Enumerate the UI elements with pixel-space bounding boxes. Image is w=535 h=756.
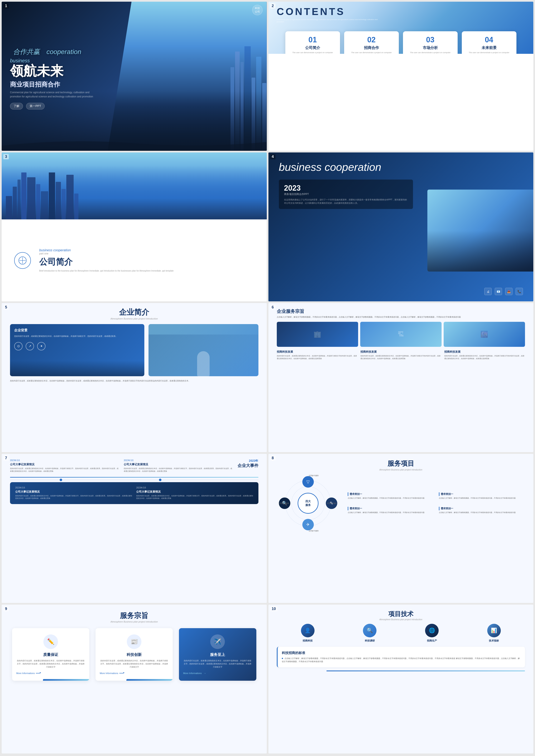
slide-6: 6 企业服务宗旨 点击输入文字解析，解读文字参数框颜题，不用多余文字体量来描述问…: [268, 303, 534, 452]
slide8-req-4: 需求类别一 点击输入文字解析，解读文字参数框颜题，不用多余文字体量来描述问题，不…: [437, 505, 525, 516]
slide-number-9: 9: [3, 606, 9, 611]
slide6-image-2: 🏗: [360, 322, 441, 347]
slide8-req-3: 需求类别一 点击输入文字解析，解读文字参数框颜题，不用多余文字体量来描述问题，不…: [346, 505, 434, 516]
slide8-req-2: 需求类别一 点击输入文字解析，解读文字参数框颜题，不用多余文字体量来描述问题，不…: [437, 490, 525, 502]
slide5-icon-1[interactable]: ⊙: [14, 342, 22, 350]
slide9-more-2[interactable]: More Informations: [100, 672, 169, 674]
slide1-badge2[interactable]: 第一PPT: [26, 103, 44, 109]
slide2-card2-title: 招商合作: [347, 45, 396, 50]
slide9-arrow-2: [119, 673, 124, 673]
slide7-item-2: 2023年3月 公司大事记发展情况 您的内容打在这里，或者通过复制您的文本后，在…: [124, 459, 233, 473]
slide4-right-image: [427, 189, 533, 271]
slide-number-3: 3: [3, 154, 9, 159]
slide5-title: 企业简介: [10, 307, 258, 318]
slide9-more-1[interactable]: More Informations: [16, 672, 85, 674]
slide6-card2-title: 招商科技发展: [360, 350, 441, 354]
slide10-en: Atmosphere Business plan project introdu…: [277, 618, 525, 621]
slide-2: 2 CONTENTS Commercial plan for agricultu…: [268, 2, 534, 151]
slide9-card-3: ✈️ 服务至上 您的内容打在这里，或者通过复制您的文本后，在此框中选择粘贴，并选…: [179, 628, 256, 681]
slide4-icon-share[interactable]: 📤: [505, 288, 513, 295]
slide8-orbit-bottom: ✈: [302, 519, 314, 530]
slide3-part: part one: [39, 252, 254, 255]
slide1-badge1[interactable]: 了解: [10, 103, 23, 109]
slide8-req1-desc: 点击输入文字解析，解读文字参数框颜题，不用多余文字体量来描述问题，不用多余文字体…: [348, 497, 432, 500]
slide-8: 8 服务项目 Atmosphere Business plan project …: [268, 454, 534, 603]
slide7-item2-desc: 您的内容打在这里，或者通过复制您的文本后，在此框中选择粘贴，并选择只保留文字。您…: [124, 467, 233, 473]
slide2-card1-desc: The user can demonstrate a project on co…: [289, 51, 337, 54]
slide7-bottom-item-1: 2023年3月 公司大事记发展情况 您的内容打在这里，或者通过复制您的文本后，在…: [15, 486, 132, 500]
slide9-bar-1: [43, 679, 89, 681]
slide8-orbit-top: ▽: [302, 476, 314, 488]
slide7-bottom-item-2: 2023年3月 公司大事记发展情况 您的内容打在这里，或者通过复制您的文本后，在…: [136, 486, 253, 500]
slide2-card4-title: 未来前景: [465, 45, 513, 50]
slide9-card1-icon: ✏️: [43, 634, 58, 649]
slide9-en: Atmosphere Business plan project introdu…: [12, 620, 256, 623]
slide9-card2-desc: 您的内容打在这里，或者通过复制您的文本后，在此框中选择粘贴，并选择只保留文字。您…: [100, 659, 169, 669]
slide7-item2-title: 公司大事记发展情况: [124, 462, 233, 466]
slide10-standard-title: 科技招商的标准: [282, 651, 521, 655]
slide4-card-sub: 商务项目招商合作PPT: [284, 192, 408, 196]
slide8-req4-title: 需求类别一: [439, 507, 523, 510]
slide8-req3-title: 需求类别一: [348, 507, 432, 510]
slide2-card2-desc: The user can demonstrate a project on co…: [347, 51, 396, 54]
slide5-bg-label: 企业背景: [14, 328, 140, 333]
slide9-more1-text: More Informations: [16, 672, 35, 674]
slide7-bottom2-desc: 您的内容打在这里，或者通过复制您的文本后，在此框中选择粘贴，并选择只保留文字。您…: [136, 495, 253, 500]
slide5-en: Atmosphere Business plan project introdu…: [10, 318, 258, 320]
slide10-title: 项目技术: [277, 610, 525, 618]
slide-number-10: 10: [270, 606, 278, 611]
slide10-label-4: 技术指标: [487, 639, 501, 643]
slide-number-4: 4: [270, 154, 275, 159]
slide3-main-title: 公司简介: [39, 256, 254, 267]
slide8-req3-desc: 点击输入文字解析，解读文字参数框颜题，不用多余文字体量来描述问题，不用多余文字体…: [348, 511, 432, 514]
slide5-icon-3[interactable]: ✦: [37, 342, 45, 350]
slide10-icons-row: 👤 招商科技 🔍 科技调研 🌐 招商生产 📊 技术指标: [277, 624, 525, 643]
slide2-card1-title: 公司简介: [289, 45, 337, 50]
slide7-item1-title: 公司大事记发展情况: [10, 462, 120, 466]
slide-4: 4 business cooperation 2023 商务项目招商合作PPT …: [268, 153, 534, 301]
slide9-card1-title: 质量保证: [16, 652, 85, 657]
slide2-card3-num: 03: [406, 36, 455, 44]
slide1-title1-cn: 合作共赢: [13, 48, 40, 55]
slide4-title: business cooperation: [279, 161, 523, 173]
slide6-card-1: 招商科技发展 您的内容打在这里，或者通过复制您的文本后，在此框中选择粘贴，并选择…: [277, 350, 357, 360]
slide9-card3-icon: ✈️: [210, 634, 225, 649]
slide2-card4-desc: The user can demonstrate a project on co…: [465, 51, 513, 54]
slide4-card-desc: 在运营商的基础上了公司文化的背景，进行了一个非常迅速的更新和，想要给大家提供一套…: [284, 198, 408, 205]
slide4-icon-print[interactable]: 🖨: [484, 288, 492, 295]
slide-number-6: 6: [270, 305, 275, 310]
slide1-business: business: [10, 58, 139, 64]
slide2-card-1: 01 公司简介 The user can demonstrate a proje…: [285, 31, 340, 54]
slide2-subtitle: Commercial plan for agricultural science…: [277, 18, 381, 23]
slide10-standard-box: 科技招商的标准 点击输入文字解析，解读文字参数框颜题，不用多余文字体量来描述问题…: [277, 647, 525, 668]
slide-number-2: 2: [270, 3, 275, 9]
slide8-en: Atmosphere Business plan project introdu…: [277, 469, 525, 471]
slide7-item-1: 2023年3月 公司大事记发展情况 您的内容打在这里，或者通过复制您的文本后，在…: [10, 459, 120, 473]
slide4-icon-phone[interactable]: 📞: [516, 288, 523, 295]
slide6-card3-desc: 您的内容打在这里，或者通过复制您的文本后，在此框中选择粘贴，并选择只保留文字的内…: [444, 355, 525, 360]
slide5-icon-2[interactable]: ↗: [26, 342, 34, 350]
slide7-bottom2-header: 2023年3月: [136, 486, 253, 489]
slide2-card-2: 02 招商合作 The user can demonstrate a proje…: [344, 31, 399, 54]
slide7-item1-desc: 您的内容打在这里，或者通过复制您的文本后，在此框中选择粘贴，并选择只保留文字。您…: [10, 467, 120, 473]
slide4-icon-email[interactable]: 📧: [495, 288, 502, 295]
slide10-dot: [282, 658, 283, 659]
slide10-label-2: 科技调研: [363, 639, 377, 643]
slide8-req2-desc: 点击输入文字解析，解读文字参数框颜题，不用多余文字体量来描述问题，不用多余文字体…: [439, 497, 523, 500]
slide2-title: CONTENTS: [277, 6, 525, 17]
slide6-desc: 点击输入文字解析，解读文字参数框颜题，不用多余文字体量来描述问题，点击输入文字解…: [277, 316, 525, 319]
slide6-card1-title: 招商科技发展: [277, 350, 357, 354]
slide-number-7: 7: [3, 456, 9, 461]
slide9-more-3[interactable]: More Informations →: [183, 672, 252, 674]
slide10-icon-2: 🔍 科技调研: [363, 624, 377, 643]
slide1-title1-en: cooperation: [46, 48, 81, 55]
slide5-bg-section: 企业背景 您的内容打在这里，或者通过复制您的文本后，在此框中选择粘贴，并选择只保…: [10, 324, 144, 376]
slide7-bottom1-title: 公司大事记发展情况: [15, 490, 132, 494]
slide10-icon-circle-2: 🔍: [363, 624, 377, 637]
slide-number-5: 5: [3, 305, 9, 310]
slide1-main-title: 合作共赢 cooperation: [10, 43, 139, 57]
slide9-card-1: ✏️ 质量保证 您的内容打在这里，或者通过复制您的文本后，在此框中选择粘贴，并选…: [12, 628, 89, 681]
slide8-req1-title: 需求类别一: [348, 492, 432, 496]
slide-number-1: 1: [3, 3, 9, 9]
slide9-card1-desc: 您的内容打在这里，或者通过复制您的文本后，在此框中选择粘贴，并选择只保留文字。您…: [16, 659, 85, 669]
